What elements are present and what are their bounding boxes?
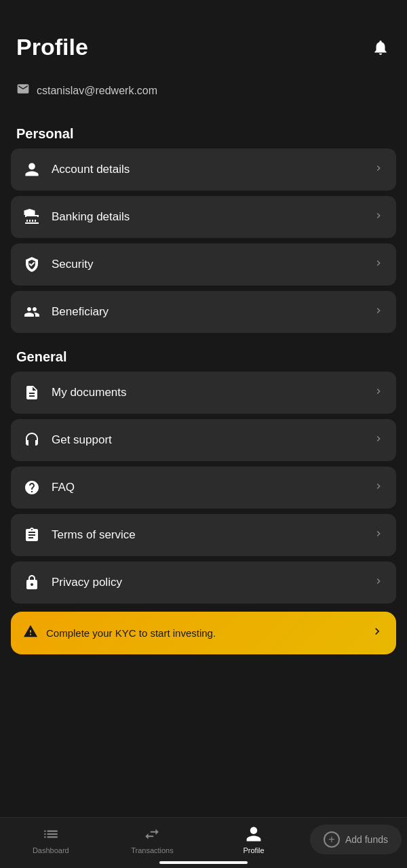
people-icon (23, 303, 41, 321)
privacy-policy-label: Privacy policy (52, 576, 122, 589)
banking-details-item[interactable]: Banking details (11, 196, 396, 238)
chevron-right-icon (373, 576, 384, 590)
chevron-right-icon (373, 258, 384, 272)
beneficiary-label: Beneficiary (52, 305, 109, 319)
nav-profile[interactable]: Profile (203, 825, 305, 854)
page-title: Profile (16, 34, 88, 60)
account-details-item[interactable]: Account details (11, 149, 396, 191)
add-funds-button[interactable]: + Add funds (310, 825, 402, 854)
beneficiary-item[interactable]: Beneficiary (11, 291, 396, 333)
banking-details-label: Banking details (52, 210, 130, 224)
dashboard-label: Dashboard (33, 846, 69, 854)
faq-label: FAQ (52, 481, 75, 494)
chevron-right-icon (373, 210, 384, 224)
nav-dashboard[interactable]: Dashboard (0, 825, 102, 854)
personal-section-header: Personal (0, 115, 407, 149)
home-indicator (159, 861, 248, 864)
security-label: Security (52, 258, 93, 271)
privacy-policy-item[interactable]: Privacy policy (11, 561, 396, 604)
kyc-banner-text: Complete your KYC to start investing. (46, 627, 216, 639)
chevron-right-icon (373, 481, 384, 495)
email-row: cstanislav@redwerk.com (0, 74, 407, 115)
add-funds-icon: + (324, 831, 340, 848)
get-support-label: Get support (52, 433, 112, 447)
general-section: My documents Get support (0, 372, 407, 604)
terms-of-service-label: Terms of service (52, 528, 136, 542)
shield-icon (23, 256, 41, 273)
transactions-label: Transactions (131, 846, 174, 854)
my-documents-item[interactable]: My documents (11, 372, 396, 414)
chevron-right-icon (373, 528, 384, 542)
document-icon (23, 384, 41, 401)
chevron-right-icon (373, 163, 384, 177)
clipboard-icon (23, 526, 41, 544)
chevron-right-icon (373, 305, 384, 319)
chart-icon (41, 825, 60, 844)
bottom-navigation: Dashboard Transactions Profile + Add fun… (0, 817, 407, 868)
person-icon (23, 161, 41, 178)
bank-icon (23, 208, 41, 226)
get-support-item[interactable]: Get support (11, 419, 396, 461)
profile-nav-label: Profile (244, 846, 265, 854)
user-email: cstanislav@redwerk.com (37, 85, 157, 97)
my-documents-label: My documents (52, 386, 127, 399)
email-icon (16, 82, 30, 99)
faq-item[interactable]: FAQ (11, 467, 396, 509)
personal-section: Account details Banking details (0, 149, 407, 333)
header: Profile (0, 0, 407, 74)
account-details-label: Account details (52, 163, 130, 176)
transfer-icon (142, 825, 161, 844)
kyc-chevron-icon (370, 625, 384, 642)
profile-nav-icon (244, 825, 263, 844)
general-section-header: General (0, 338, 407, 372)
notification-icon[interactable] (370, 37, 391, 58)
lock-icon (23, 574, 41, 591)
chevron-right-icon (373, 386, 384, 400)
question-icon (23, 479, 41, 496)
terms-of-service-item[interactable]: Terms of service (11, 514, 396, 556)
chevron-right-icon (373, 433, 384, 448)
security-item[interactable]: Security (11, 243, 396, 285)
add-funds-label: Add funds (345, 834, 388, 845)
nav-transactions[interactable]: Transactions (102, 825, 204, 854)
warning-icon (23, 624, 38, 642)
headphone-icon (23, 431, 41, 449)
kyc-banner[interactable]: Complete your KYC to start investing. (11, 612, 396, 654)
